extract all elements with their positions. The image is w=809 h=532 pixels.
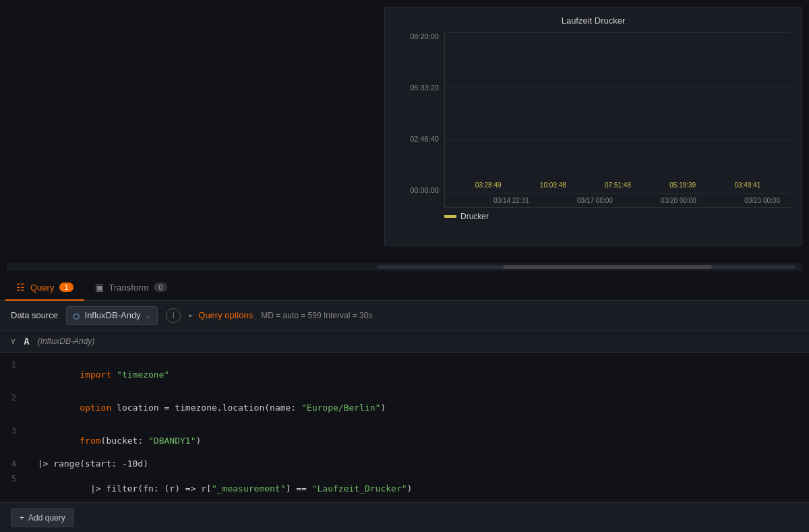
datasource-selector[interactable]: ◯ InfluxDB-Andy ⌄ — [66, 306, 158, 325]
y-label-3: 05:33:20 — [410, 84, 439, 92]
bar-label-1: 03:28:49 — [475, 181, 502, 189]
add-query-label: Add query — [28, 513, 65, 523]
query-source: (InfluxDB-Andy) — [38, 336, 95, 346]
query-options-button[interactable]: ► Query options — [189, 310, 253, 320]
query-letter: A — [24, 336, 29, 347]
transform-icon: ▣ — [95, 282, 104, 293]
string-timezone: "timezone" — [117, 370, 169, 380]
line-content-5: |> filter(fn: (r) => r["_measurement"] =… — [27, 473, 809, 502]
info-button[interactable]: i — [166, 308, 181, 323]
line-num-5: 5 — [0, 474, 27, 483]
chart-legend: Drucker — [396, 212, 791, 221]
datasource-label: Data source — [11, 310, 58, 320]
legend-label: Drucker — [460, 212, 489, 221]
x-label-1: 03/14 22:31 — [493, 197, 529, 204]
x-label-3: 03/20 00:00 — [661, 197, 696, 204]
y-label-2: 02:46:40 — [410, 135, 439, 143]
query-icon: ☷ — [16, 282, 25, 293]
info-icon: i — [173, 311, 175, 320]
line-content-2: option location = timezone.location(name… — [27, 392, 809, 423]
y-label-4: 08:20:00 — [410, 32, 439, 40]
main-container: Laufzeit Drucker 08:20:00 05:33:20 02:46… — [0, 0, 809, 532]
scrollbar-area — [7, 263, 802, 271]
bars-container: 03:28:49 10:03:48 07:51:48 — [445, 32, 791, 194]
scrollbar-thumb[interactable] — [503, 265, 712, 269]
bar-label-3: 07:51:48 — [605, 181, 631, 189]
scrollbar-track[interactable] — [378, 265, 796, 269]
line-content-1: import "timezone" — [27, 359, 809, 390]
bar-label-4: 05:19:39 — [669, 181, 696, 189]
code-line-2: 2 option location = timezone.location(na… — [0, 391, 809, 424]
chart-panel: Laufzeit Drucker 08:20:00 05:33:20 02:46… — [384, 7, 802, 246]
influxdb-icon: ◯ — [73, 310, 79, 321]
line-num-1: 1 — [0, 360, 27, 370]
bar-label-2: 10:03:48 — [540, 181, 566, 189]
line-content-4: |> range(start: -10d) — [27, 459, 809, 469]
y-axis: 08:20:00 05:33:20 02:46:40 00:00:00 — [396, 32, 444, 208]
x-label-2: 03/17 00:00 — [577, 197, 613, 204]
code-line-1: 1 import "timezone" — [0, 358, 809, 391]
tab-transform-label: Transform — [109, 283, 149, 293]
line-num-2: 2 — [0, 393, 27, 403]
x-label-4: 03/23 00:00 — [744, 197, 780, 204]
query-options-meta: MD = auto = 599 Interval = 30s — [261, 311, 372, 320]
tab-transform[interactable]: ▣ Transform 0 — [84, 275, 179, 301]
legend-color-swatch — [444, 215, 456, 218]
keyword-option: option — [80, 403, 117, 413]
code-area[interactable]: 1 import "timezone" 2 option location = … — [0, 353, 809, 502]
collapse-button[interactable]: ∨ — [11, 336, 16, 346]
datasource-bar: Data source ◯ InfluxDB-Andy ⌄ i ► Query … — [0, 301, 809, 330]
keyword-import: import — [80, 370, 117, 380]
tab-query-label: Query — [30, 283, 54, 293]
query-editor-area: ∨ A (InfluxDB-Andy) 1 import "timezone" … — [0, 330, 809, 502]
code-line-5: 5 |> filter(fn: (r) => r["_measurement"]… — [0, 472, 809, 502]
line-num-4: 4 — [0, 459, 27, 469]
bottom-bar: + Add query — [0, 502, 809, 532]
y-label-1: 00:00:00 — [410, 186, 439, 194]
chart-body: 03:28:49 10:03:48 07:51:48 — [444, 32, 791, 208]
code-line-3: 3 from(bucket: "DBANDY1") — [0, 424, 809, 457]
keyword-from: from — [80, 436, 100, 446]
chart-inner: 08:20:00 05:33:20 02:46:40 00:00:00 — [396, 32, 791, 208]
query-header: ∨ A (InfluxDB-Andy) — [0, 330, 809, 353]
chevron-down-icon: ⌄ — [146, 311, 151, 320]
chart-title: Laufzeit Drucker — [396, 16, 791, 26]
arrow-right-icon: ► — [189, 312, 193, 319]
datasource-name: InfluxDB-Andy — [85, 310, 141, 320]
tab-transform-badge: 0 — [154, 283, 167, 292]
code-line-4: 4 |> range(start: -10d) — [0, 457, 809, 472]
bar-label-5: 03:49:41 — [734, 181, 760, 189]
line-num-3: 3 — [0, 426, 27, 436]
tab-query-badge: 1 — [59, 283, 73, 292]
add-query-button[interactable]: + Add query — [11, 508, 74, 527]
tabs-bar: ☷ Query 1 ▣ Transform 0 — [0, 271, 809, 301]
chart-area: Laufzeit Drucker 08:20:00 05:33:20 02:46… — [0, 0, 809, 263]
x-axis: 03/14 22:31 03/17 00:00 03/20 00:00 03/2… — [493, 194, 780, 207]
query-options-label: Query options — [198, 310, 253, 320]
plus-icon: + — [20, 513, 24, 523]
line-content-3: from(bucket: "DBANDY1") — [27, 425, 809, 456]
tab-query[interactable]: ☷ Query 1 — [5, 275, 84, 301]
